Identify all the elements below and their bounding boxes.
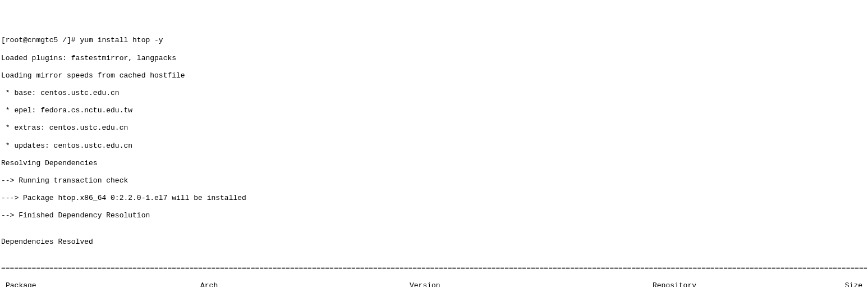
header-arch: Arch (200, 281, 410, 287)
preamble-line: * base: centos.ustc.edu.cn (1, 89, 867, 98)
preamble-line: * epel: fedora.cs.nctu.edu.tw (1, 106, 867, 115)
preamble-line: --> Running transaction check (1, 176, 867, 185)
header-size: Size (833, 281, 867, 287)
preamble-line: ---> Package htop.x86_64 0:2.2.0-1.el7 w… (1, 194, 867, 203)
divider: ========================================… (1, 264, 867, 273)
header-version: Version (410, 281, 653, 287)
preamble-line: Dependencies Resolved (1, 238, 867, 247)
header-package: Package (1, 281, 200, 287)
preamble-line: * updates: centos.ustc.edu.cn (1, 142, 867, 151)
header-repo: Repository (653, 281, 833, 287)
preamble-line: Resolving Dependencies (1, 159, 867, 168)
preamble-line: * extras: centos.ustc.edu.cn (1, 124, 867, 133)
preamble-line: --> Finished Dependency Resolution (1, 211, 867, 220)
preamble-line: Loading mirror speeds from cached hostfi… (1, 71, 867, 80)
table-header-row: Package Arch Version Repository Size (1, 281, 867, 287)
prompt-line: [root@cnmgtc5 /]# yum install htop -y (1, 36, 867, 45)
preamble-line: Loaded plugins: fastestmirror, langpacks (1, 54, 867, 63)
